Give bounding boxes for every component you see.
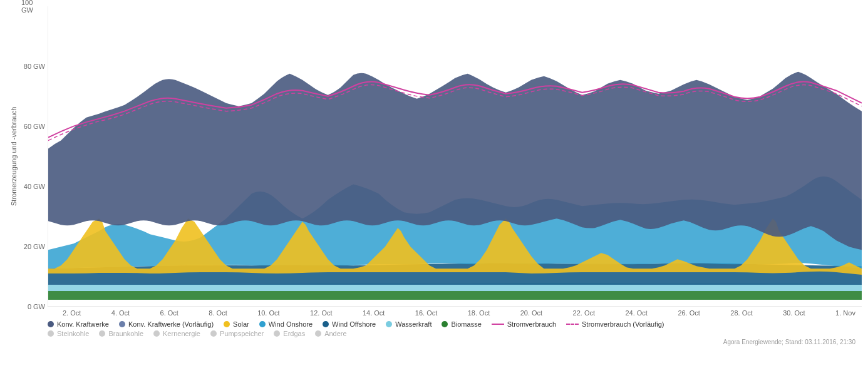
- legend-braunkohle: Braunkohle: [99, 330, 143, 337]
- legend-label-pumpspeicher: Pumpspeicher: [220, 330, 264, 337]
- legend-pumpspeicher: Pumpspeicher: [210, 330, 264, 337]
- legend-dot-braunkohle: [99, 330, 105, 337]
- x-label-20oct: 20. Oct: [520, 309, 542, 317]
- y-tick-80: 80 GW: [24, 63, 45, 70]
- legend-label-steinkohle: Steinkohle: [57, 330, 89, 337]
- x-label-1nov: 1. Nov: [835, 309, 855, 317]
- y-tick-0: 0 GW: [28, 303, 45, 310]
- legend-label-braunkohle: Braunkohle: [108, 330, 143, 337]
- legend-dot-wind-off: [323, 321, 329, 327]
- legend-dot-steinkohle: [48, 330, 54, 337]
- legend-label-biomasse: Biomasse: [451, 320, 481, 328]
- x-label-16oct: 16. Oct: [415, 309, 437, 317]
- legend-label-andere: Andere: [324, 330, 346, 337]
- x-label-8oct: 8. Oct: [209, 309, 227, 317]
- legend-dot-solar: [224, 321, 230, 327]
- legend-dot-kernenergie: [153, 330, 160, 337]
- watermark: Agora Energiewende; Stand: 03.11.2016, 2…: [6, 339, 855, 345]
- x-label-26oct: 26. Oct: [678, 309, 700, 317]
- legend-label-strom: Stromverbrauch: [507, 320, 556, 328]
- legend-label-solar: Solar: [233, 320, 249, 328]
- legend-dot-wind-on: [259, 321, 266, 327]
- legend-konv-kraftwerke: Konv. Kraftwerke: [48, 320, 109, 328]
- x-label-30oct: 30. Oct: [783, 309, 805, 317]
- legend-dot-konv-v: [119, 321, 125, 327]
- legend-label-wind-off: Wind Offshore: [332, 320, 376, 328]
- legend-wind-onshore: Wind Onshore: [259, 320, 313, 328]
- legend-row-1: Konv. Kraftwerke Konv. Kraftwerke (Vorlä…: [48, 320, 855, 328]
- grid-line-0: [48, 306, 862, 307]
- x-label-14oct: 14. Oct: [363, 309, 385, 317]
- y-tick-100: 100 GW: [21, 0, 45, 14]
- legend-label-erdgas: Erdgas: [283, 330, 305, 337]
- x-label-28oct: 28. Oct: [730, 309, 752, 317]
- chart-area: Stromerzeugung und -verbrauch 100 GW 80 …: [6, 6, 862, 307]
- legend-steinkohle: Steinkohle: [48, 330, 89, 337]
- legend-konv-vorlaufig: Konv. Kraftwerke (Vorläufig): [119, 320, 214, 328]
- legend-dot-andere: [315, 330, 321, 337]
- y-tick-60: 60 GW: [24, 123, 45, 130]
- legend-solar: Solar: [224, 320, 249, 328]
- x-label-6oct: 6. Oct: [160, 309, 178, 317]
- legend-label-konv: Konv. Kraftwerke: [57, 320, 109, 328]
- legend-andere: Andere: [315, 330, 346, 337]
- legend-dot-konv: [48, 321, 54, 327]
- y-tick-40: 40 GW: [24, 183, 45, 190]
- legend-line-strom: [492, 324, 504, 325]
- legend-label-kernenergie: Kernenergie: [163, 330, 200, 337]
- legend-wasserkraft: Wasserkraft: [386, 320, 431, 328]
- x-label-24oct: 24. Oct: [625, 309, 647, 317]
- legend-dot-biomasse: [442, 321, 448, 327]
- x-axis: 2. Oct 4. Oct 6. Oct 8. Oct 10. Oct 12. …: [63, 307, 855, 317]
- legend-biomasse: Biomasse: [442, 320, 481, 328]
- legend-dashed-strom: [566, 324, 579, 325]
- legend-erdgas: Erdgas: [274, 330, 305, 337]
- legend-stromverbrauch: Stromverbrauch: [492, 320, 556, 328]
- x-label-10oct: 10. Oct: [257, 309, 279, 317]
- chart-svg-area: [48, 6, 862, 307]
- chart-container: Stromerzeugung und -verbrauch 100 GW 80 …: [0, 0, 868, 383]
- x-label-4oct: 4. Oct: [111, 309, 130, 317]
- y-tick-20: 20 GW: [24, 243, 45, 250]
- x-label-22oct: 22. Oct: [573, 309, 595, 317]
- legend-dot-erdgas: [274, 330, 280, 337]
- x-label-2oct: 2. Oct: [63, 309, 81, 317]
- legend-wind-offshore: Wind Offshore: [323, 320, 376, 328]
- chart-visualization: [48, 6, 862, 306]
- legend-dot-pumpspeicher: [210, 330, 217, 337]
- legend-label-strom-v: Stromverbrauch (Vorläufig): [582, 320, 664, 328]
- legend-label-wasser: Wasserkraft: [395, 320, 431, 328]
- legend-label-wind-on: Wind Onshore: [269, 320, 313, 328]
- legend-stromverbrauch-v: Stromverbrauch (Vorläufig): [566, 320, 664, 328]
- legend-kernenergie: Kernenergie: [153, 330, 200, 337]
- legend-dot-wasser: [386, 321, 392, 327]
- x-label-18oct: 18. Oct: [468, 309, 490, 317]
- legend-label-konv-v: Konv. Kraftwerke (Vorläufig): [128, 320, 214, 328]
- x-label-12oct: 12. Oct: [310, 309, 332, 317]
- legend-row-2: Steinkohle Braunkohle Kernenergie Pumpsp…: [48, 330, 855, 337]
- y-axis-label: Stromerzeugung und -verbrauch: [6, 6, 21, 307]
